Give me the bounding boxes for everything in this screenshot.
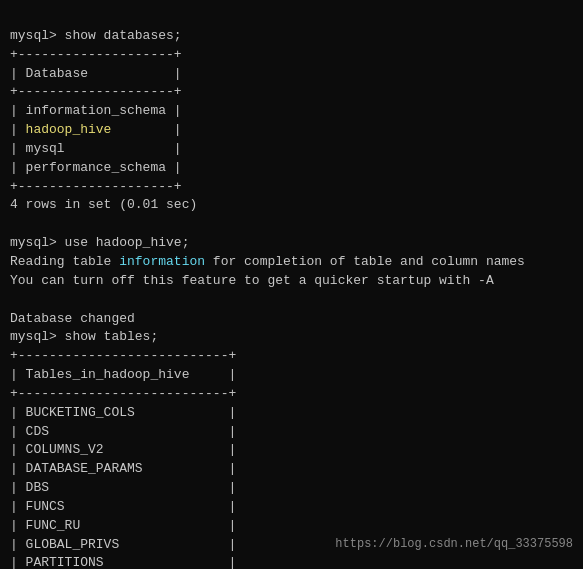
- row-cds: | CDS |: [10, 424, 236, 439]
- watermark: https://blog.csdn.net/qq_33375598: [335, 537, 573, 551]
- border-mid-2: +---------------------------+: [10, 386, 236, 401]
- row-database-params: | DATABASE_PARAMS |: [10, 461, 236, 476]
- row-dbs: | DBS |: [10, 480, 236, 495]
- cmd-use-hadoop: use hadoop_hive;: [65, 235, 190, 250]
- row-func-ru: | FUNC_RU |: [10, 518, 236, 533]
- row-info-schema: | information_schema |: [10, 103, 182, 118]
- row-bucketing-cols: | BUCKETING_COLS |: [10, 405, 236, 420]
- line-use-hadoop: mysql> use hadoop_hive;: [10, 235, 189, 250]
- information-text: information: [119, 254, 205, 269]
- row-funcs: | FUNCS |: [10, 499, 236, 514]
- border-mid-1: +--------------------+: [10, 84, 182, 99]
- line-show-databases: mysql> show databases;: [10, 28, 182, 43]
- row-perf-schema: | performance_schema |: [10, 160, 182, 175]
- header-tables: | Tables_in_hadoop_hive |: [10, 367, 236, 382]
- row-mysql: | mysql |: [10, 141, 182, 156]
- terminal-window: mysql> show databases; +----------------…: [0, 0, 583, 569]
- row-partitions: | PARTITIONS |: [10, 555, 236, 569]
- cmd-show-databases: show databases;: [65, 28, 182, 43]
- border-top-1: +--------------------+: [10, 47, 182, 62]
- turn-off-line: You can turn off this feature to get a q…: [10, 273, 494, 288]
- hadoop-hive-text: hadoop_hive: [26, 122, 112, 137]
- header-database: | Database |: [10, 66, 182, 81]
- row-columns-v2: | COLUMNS_V2 |: [10, 442, 236, 457]
- row-hadoop-hive: | hadoop_hive |: [10, 122, 182, 137]
- prompt-3: mysql>: [10, 329, 65, 344]
- line-show-tables: mysql> show tables;: [10, 329, 158, 344]
- border-bot-1: +--------------------+: [10, 179, 182, 194]
- row-global-privs: | GLOBAL_PRIVS |: [10, 537, 236, 552]
- cmd-show-tables: show tables;: [65, 329, 159, 344]
- prompt-2: mysql>: [10, 235, 65, 250]
- db-changed: Database changed: [10, 311, 135, 326]
- border-top-2: +---------------------------+: [10, 348, 236, 363]
- prompt-1: mysql>: [10, 28, 65, 43]
- result-count: 4 rows in set (0.01 sec): [10, 197, 197, 212]
- reading-table-line: Reading table information for completion…: [10, 254, 525, 269]
